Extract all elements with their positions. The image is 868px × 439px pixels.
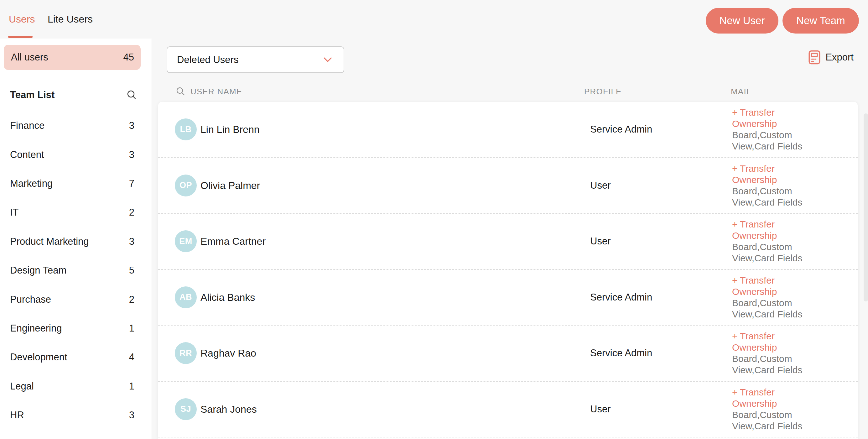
team-count: 7 (129, 178, 134, 189)
team-name: Marketing (10, 178, 53, 189)
user-row-alicia-banks[interactable]: AB Alicia Banks Service Admin + Transfer… (158, 270, 858, 326)
team-name: Content (10, 149, 44, 160)
team-name: Finance (10, 120, 44, 131)
new-team-button[interactable]: New Team (782, 8, 859, 33)
column-header-profile: PROFILE (584, 87, 622, 96)
sidebar-item-legal[interactable]: Legal1 (4, 372, 141, 401)
team-count: 3 (129, 236, 134, 247)
sidebar-item-purchase[interactable]: Purchase2 (4, 285, 141, 314)
sidebar-item-it[interactable]: IT2 (4, 198, 141, 227)
transfer-ownership-link[interactable]: + Transfer Ownership (732, 330, 810, 353)
scrollbar-thumb[interactable] (864, 113, 868, 301)
user-name: Lin Lin Brenn (200, 124, 260, 135)
export-label: Export (826, 52, 854, 63)
team-count: 2 (129, 294, 134, 305)
sidebar-divider (4, 77, 141, 77)
avatar: AB (175, 286, 197, 308)
mail-note: Board,Custom View,Card Fields (732, 297, 810, 320)
chevron-down-icon (323, 57, 332, 63)
team-name: Development (10, 352, 67, 363)
column-header-user-name: USER NAME (190, 87, 242, 96)
avatar: EM (175, 230, 197, 252)
sidebar-item-product-marketing[interactable]: Product Marketing3 (4, 227, 141, 256)
user-name: Alicia Banks (200, 291, 255, 303)
username-search-icon[interactable] (176, 86, 186, 97)
all-users-count: 45 (123, 52, 134, 63)
users-admin-page: Users Lite Users New User New Team All u… (0, 0, 868, 439)
table-header: USER NAME PROFILE MAIL (152, 82, 868, 100)
team-count: 3 (129, 149, 134, 160)
team-name: Legal (10, 381, 34, 392)
team-name: Purchase (10, 294, 51, 305)
user-name: Sarah Jones (200, 403, 257, 415)
tab-lite-users[interactable]: Lite Users (48, 0, 93, 38)
team-count: 4 (129, 352, 134, 363)
mail-cell: + Transfer Ownership Board,Custom View,C… (732, 330, 810, 376)
mail-note: Board,Custom View,Card Fields (732, 241, 810, 264)
sidebar-item-all-users[interactable]: All users 45 (4, 45, 141, 70)
sidebar-item-content[interactable]: Content3 (4, 140, 141, 169)
sidebar-item-marketing[interactable]: Marketing7 (4, 169, 141, 198)
export-button[interactable]: Export (808, 48, 854, 67)
column-header-mail: MAIL (731, 87, 751, 96)
avatar: RR (175, 342, 197, 364)
sidebar-item-development[interactable]: Development4 (4, 343, 141, 372)
team-count: 1 (129, 323, 134, 334)
sidebar: All users 45 Team List Finance3 Content3… (0, 38, 152, 439)
team-count: 2 (129, 207, 134, 218)
sidebar-item-design-team[interactable]: Design Team5 (4, 256, 141, 285)
sidebar-item-hr[interactable]: HR3 (4, 401, 141, 430)
team-list-header: Team List (4, 86, 141, 104)
user-row-lin-lin-brenn[interactable]: LB Lin Lin Brenn Service Admin + Transfe… (158, 102, 858, 158)
team-count: 3 (129, 410, 134, 421)
user-name: Raghav Rao (200, 348, 256, 359)
user-profile: Service Admin (590, 124, 652, 135)
tab-users[interactable]: Users (9, 0, 35, 38)
user-name: Olivia Palmer (200, 180, 260, 191)
transfer-ownership-link[interactable]: + Transfer Ownership (732, 275, 810, 297)
sidebar-item-engineering[interactable]: Engineering1 (4, 314, 141, 343)
user-filter-dropdown[interactable]: Deleted Users (167, 47, 344, 73)
user-profile: User (590, 404, 611, 415)
sidebar-item-finance[interactable]: Finance3 (4, 111, 141, 140)
transfer-ownership-link[interactable]: + Transfer Ownership (732, 163, 810, 185)
all-users-label: All users (11, 52, 48, 63)
active-tab-underline (8, 36, 33, 38)
filter-selected-value: Deleted Users (177, 54, 238, 65)
user-row-sarah-jones[interactable]: SJ Sarah Jones User + Transfer Ownership… (158, 382, 858, 438)
mail-note: Board,Custom View,Card Fields (732, 129, 810, 152)
team-name: Product Marketing (10, 236, 89, 247)
main-content: Deleted Users Export (152, 38, 868, 439)
mail-cell: + Transfer Ownership Board,Custom View,C… (732, 163, 810, 208)
avatar: LB (175, 118, 197, 140)
transfer-ownership-link[interactable]: + Transfer Ownership (732, 219, 810, 241)
team-name: IT (10, 207, 19, 218)
user-name: Emma Cartner (200, 236, 266, 247)
user-row-emma-cartner[interactable]: EM Emma Cartner User + Transfer Ownershi… (158, 214, 858, 270)
avatar: SJ (175, 398, 197, 420)
team-search-icon[interactable] (126, 89, 137, 101)
user-row-olivia-palmer[interactable]: OP Olivia Palmer User + Transfer Ownersh… (158, 158, 858, 214)
user-profile: Service Admin (590, 348, 652, 359)
team-list: Finance3 Content3 Marketing7 IT2 Product… (4, 111, 141, 430)
user-profile: Service Admin (590, 292, 652, 303)
team-name: HR (10, 410, 24, 421)
transfer-ownership-link[interactable]: + Transfer Ownership (732, 107, 810, 129)
mail-cell: + Transfer Ownership Board,Custom View,C… (732, 219, 810, 264)
user-row-raghav-rao[interactable]: RR Raghav Rao Service Admin + Transfer O… (158, 326, 858, 382)
team-count: 5 (129, 265, 134, 276)
mail-cell: + Transfer Ownership Board,Custom View,C… (732, 107, 810, 152)
mail-cell: + Transfer Ownership Board,Custom View,C… (732, 387, 810, 432)
mail-note: Board,Custom View,Card Fields (732, 353, 810, 376)
team-name: Engineering (10, 323, 62, 334)
new-user-button[interactable]: New User (706, 8, 778, 33)
header-actions: New User New Team (706, 8, 859, 33)
team-name: Design Team (10, 265, 66, 276)
user-profile: User (590, 236, 611, 247)
team-count: 3 (129, 120, 134, 131)
team-count: 1 (129, 381, 134, 392)
mail-cell: + Transfer Ownership Board,Custom View,C… (732, 275, 810, 320)
export-icon (808, 50, 820, 64)
transfer-ownership-link[interactable]: + Transfer Ownership (732, 387, 810, 409)
user-profile: User (590, 180, 611, 191)
